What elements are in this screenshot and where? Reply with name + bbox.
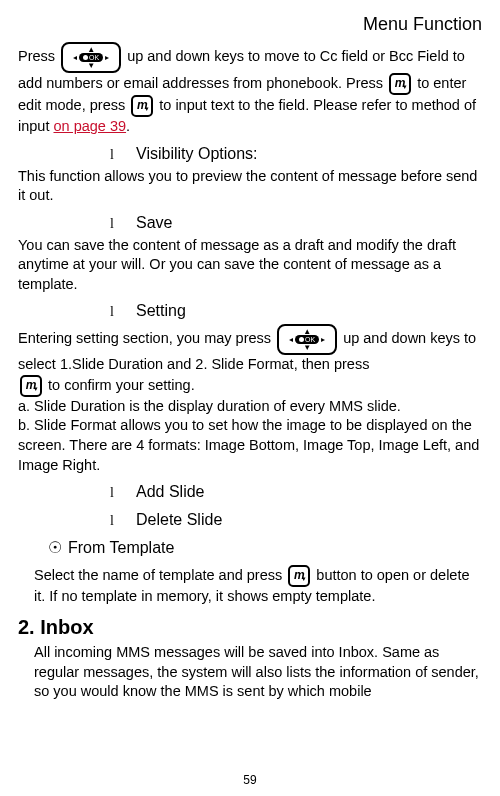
- setting-b-line: b. Slide Format allows you to set how th…: [18, 416, 482, 475]
- add-slide-heading: lAdd Slide: [110, 481, 482, 503]
- setting-a-line: a. Slide Duration is the display duratio…: [18, 397, 482, 417]
- page-39-link[interactable]: on page 39: [53, 118, 126, 134]
- inbox-body: All incoming MMS messages will be saved …: [34, 643, 482, 702]
- visibility-body: This function allows you to preview the …: [18, 167, 482, 206]
- text: Select the name of template and press: [34, 566, 286, 582]
- heading-text: Setting: [136, 302, 186, 319]
- bullet-icon: l: [110, 215, 136, 234]
- ok-nav-key-icon: ▲ ◂OK▸ ▼: [277, 324, 337, 355]
- from-template-heading: ☉From Template: [48, 537, 482, 559]
- heading-text: Save: [136, 214, 172, 231]
- ok-nav-key-icon: ▲ ◂OK▸ ▼: [61, 42, 121, 73]
- save-heading: lSave: [110, 212, 482, 234]
- heading-text: Delete Slide: [136, 511, 222, 528]
- intro-paragraph: Press ▲ ◂OK▸ ▼ up and down keys to move …: [18, 42, 482, 137]
- text: Press: [18, 49, 59, 65]
- heading-text: Visibility Options:: [136, 145, 258, 162]
- bullet-icon: l: [110, 484, 136, 503]
- heading-text: Add Slide: [136, 483, 205, 500]
- m-key-icon: m: [20, 375, 42, 397]
- inbox-heading: 2. Inbox: [18, 614, 482, 641]
- setting-heading: lSetting: [110, 300, 482, 322]
- delete-slide-heading: lDelete Slide: [110, 509, 482, 531]
- text: Entering setting section, you may press: [18, 331, 275, 347]
- page-number: 59: [0, 772, 500, 788]
- bullet-icon: l: [110, 303, 136, 322]
- page-header: Menu Function: [18, 12, 482, 36]
- save-body: You can save the content of message as a…: [18, 236, 482, 295]
- m-key-icon: m: [288, 565, 310, 587]
- visibility-heading: lVisibility Options:: [110, 143, 482, 165]
- setting-body: Entering setting section, you may press …: [18, 324, 482, 397]
- bullet-icon: l: [110, 512, 136, 531]
- m-key-icon: m: [389, 73, 411, 95]
- heading-text: From Template: [68, 539, 174, 556]
- bullet-icon: l: [110, 146, 136, 165]
- text: .: [126, 118, 130, 134]
- template-body: Select the name of template and press m …: [34, 565, 482, 607]
- m-key-icon: m: [131, 95, 153, 117]
- circle-dot-icon: ☉: [48, 537, 68, 559]
- text: to confirm your setting.: [48, 377, 195, 393]
